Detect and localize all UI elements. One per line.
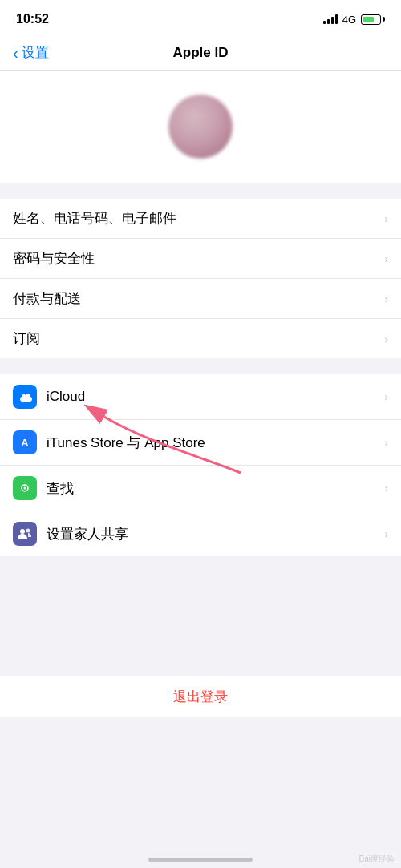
home-indicator: [148, 858, 253, 862]
family-label: 设置家人共享: [47, 525, 128, 543]
back-button[interactable]: ‹ 设置: [13, 43, 49, 62]
chevron-icon: ›: [384, 212, 388, 225]
content-spacer: [0, 572, 401, 676]
back-label: 设置: [22, 43, 49, 62]
back-chevron-icon: ‹: [13, 45, 18, 61]
signal-icon: [323, 14, 338, 24]
status-bar: 10:52 4G: [0, 0, 401, 35]
page-title: Apple ID: [173, 45, 229, 61]
network-label: 4G: [342, 14, 356, 26]
payment-shipping-item[interactable]: 付款与配送 ›: [0, 279, 401, 319]
appstore-icon: A: [13, 430, 37, 454]
svg-point-5: [20, 529, 25, 534]
services-group: iCloud › A iTunes Store 与 App Store: [0, 374, 401, 556]
find-item[interactable]: 查找 ›: [0, 466, 401, 511]
chevron-icon: ›: [384, 252, 388, 265]
watermark: Bai度经验: [359, 854, 395, 865]
icloud-label: iCloud: [47, 389, 85, 405]
chevron-icon: ›: [384, 333, 388, 345]
status-icons: 4G: [323, 14, 385, 26]
find-label: 查找: [47, 479, 74, 498]
svg-text:A: A: [21, 437, 29, 449]
itunes-appstore-item[interactable]: A iTunes Store 与 App Store ›: [0, 420, 401, 466]
signout-section: 退出登录: [0, 676, 401, 717]
signout-label: 退出登录: [173, 688, 228, 706]
itunes-label: iTunes Store 与 App Store: [47, 434, 205, 452]
nav-bar: ‹ 设置 Apple ID: [0, 35, 401, 71]
home-area: Bai度经验: [0, 841, 401, 868]
chevron-icon: ›: [384, 390, 388, 403]
chevron-icon: ›: [384, 436, 388, 449]
find-icon: [13, 476, 37, 500]
subscriptions-item[interactable]: 订阅 ›: [0, 319, 401, 358]
chevron-icon: ›: [384, 527, 388, 540]
signout-button[interactable]: 退出登录: [0, 676, 401, 717]
chevron-icon: ›: [384, 293, 388, 305]
profile-section[interactable]: [0, 71, 401, 183]
icloud-icon: [13, 385, 37, 409]
status-time: 10:52: [16, 12, 49, 26]
svg-point-4: [24, 487, 26, 490]
family-icon: [13, 522, 37, 546]
account-settings-group: 姓名、电话号码、电子邮件 › 密码与安全性 › 付款与配送 › 订阅 ›: [0, 199, 401, 358]
battery-icon: [361, 14, 385, 25]
chevron-icon: ›: [384, 482, 388, 495]
avatar: [168, 95, 233, 159]
icloud-item[interactable]: iCloud ›: [0, 374, 401, 420]
family-sharing-item[interactable]: 设置家人共享 ›: [0, 511, 401, 556]
svg-point-6: [26, 529, 30, 533]
name-phone-email-item[interactable]: 姓名、电话号码、电子邮件 ›: [0, 199, 401, 239]
password-security-item[interactable]: 密码与安全性 ›: [0, 239, 401, 279]
